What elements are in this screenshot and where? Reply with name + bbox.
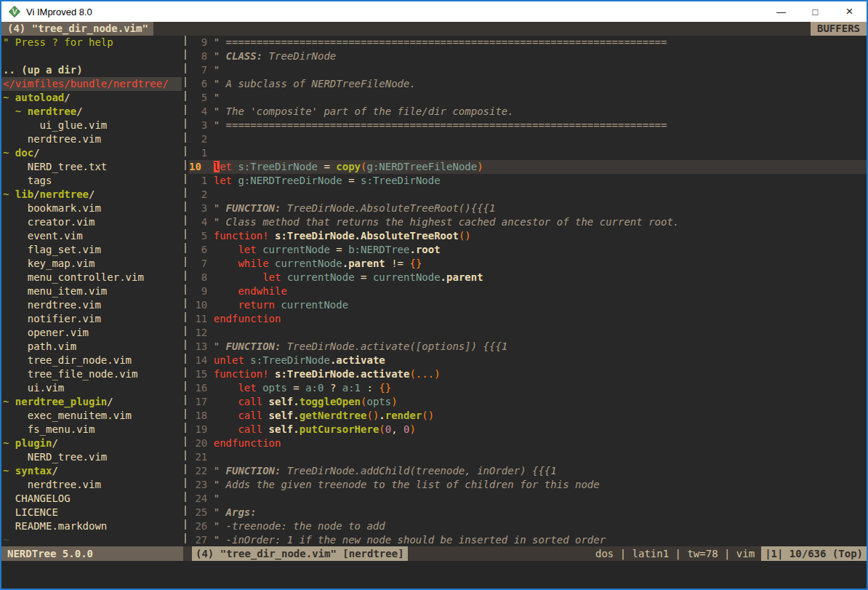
- tree-row[interactable]: ~ syntax/: [3, 464, 182, 478]
- line-number: 27: [189, 533, 207, 546]
- tree-row[interactable]: ~ plugin/: [3, 436, 182, 450]
- tree-row[interactable]: ~ autoload/: [3, 91, 182, 105]
- code-row[interactable]: 27" -inOrder: 1 if the new node should b…: [189, 533, 867, 546]
- code-row[interactable]: 9" =====================================…: [189, 36, 867, 49]
- tree-row[interactable]: ~ lib/nerdtree/: [3, 188, 182, 202]
- tree-row[interactable]: menu_item.vim: [3, 284, 182, 298]
- tree-row[interactable]: menu_controller.vim: [3, 271, 182, 284]
- tree-row[interactable]: .. (up a dir): [3, 63, 182, 77]
- tree-row[interactable]: bookmark.vim: [3, 202, 182, 215]
- tree-row[interactable]: fs_menu.vim: [3, 423, 182, 436]
- code-row[interactable]: 9 endwhile: [189, 284, 867, 298]
- line-number: 10: [189, 160, 207, 174]
- line-number: 5: [189, 229, 207, 243]
- tree-row[interactable]: ~ nerdtree_plugin/: [3, 395, 182, 409]
- code-row[interactable]: 13" FUNCTION: TreeDirNode.activate([opti…: [189, 340, 867, 354]
- line-number: 13: [189, 340, 207, 354]
- tree-row[interactable]: flag_set.vim: [3, 243, 182, 257]
- tree-row[interactable]: nerdtree.vim: [3, 298, 182, 312]
- line-number: 20: [189, 436, 207, 450]
- tree-row[interactable]: NERD_tree.txt: [3, 160, 182, 174]
- tree-row[interactable]: NERD_tree.vim: [3, 450, 182, 464]
- tree-row[interactable]: nerdtree.vim: [3, 478, 182, 492]
- code-row[interactable]: 5": [189, 91, 867, 105]
- nerdtree-rows[interactable]: " Press ? for help.. (up a dir)</vimfile…: [1, 36, 182, 546]
- tree-row[interactable]: key_map.vim: [3, 257, 182, 271]
- statusline-gap: [183, 546, 192, 561]
- code-row[interactable]: 2: [189, 132, 867, 146]
- code-line-text: ": [214, 492, 220, 506]
- window-separator[interactable]: [182, 36, 189, 546]
- tree-row[interactable]: path.vim: [3, 340, 182, 354]
- code-row[interactable]: 23" Adds the given treenode to the list …: [189, 478, 867, 492]
- code-row[interactable]: 18 call self.getNerdtree().render(): [189, 409, 867, 423]
- tree-row[interactable]: notifier.vim: [3, 312, 182, 326]
- code-line-text: return currentNode: [214, 298, 348, 312]
- tree-row[interactable]: opener.vim: [3, 326, 182, 340]
- code-row[interactable]: 4" The 'composite' part of the file/dir …: [189, 105, 867, 119]
- tree-row[interactable]: LICENCE: [3, 506, 182, 519]
- code-row[interactable]: 8 let currentNode = currentNode.parent: [189, 271, 867, 284]
- code-row[interactable]: 7": [189, 63, 867, 77]
- code-row-cursor[interactable]: 10let s:TreeDirNode = copy(g:NERDTreeFil…: [189, 160, 867, 174]
- code-row[interactable]: 1: [189, 146, 867, 160]
- code-row[interactable]: 20endfunction: [189, 436, 867, 450]
- tree-row[interactable]: ui.vim: [3, 381, 182, 395]
- tree-row[interactable]: tree_dir_node.vim: [3, 354, 182, 367]
- code-line-text: " FUNCTION: TreeDirNode.AbsoluteTreeRoot…: [214, 202, 496, 215]
- code-row[interactable]: 24": [189, 492, 867, 506]
- code-line-text: " CLASS: TreeDirNode: [214, 49, 337, 63]
- code-row[interactable]: 4" Class method that returns the highest…: [189, 215, 867, 229]
- code-row[interactable]: 3" FUNCTION: TreeDirNode.AbsoluteTreeRoo…: [189, 202, 867, 215]
- close-button[interactable]: ×: [832, 1, 867, 22]
- code-row[interactable]: 6 let currentNode = b:NERDTree.root: [189, 243, 867, 257]
- code-row[interactable]: 14unlet s:TreeDirNode.activate: [189, 354, 867, 367]
- tree-row[interactable]: CHANGELOG: [3, 492, 182, 506]
- code-row[interactable]: 3" =====================================…: [189, 119, 867, 132]
- command-line[interactable]: [1, 561, 867, 589]
- tree-row[interactable]: nerdtree.vim: [3, 132, 182, 146]
- line-number: 14: [189, 354, 207, 367]
- code-row[interactable]: 19 call self.putCursorHere(0, 0): [189, 423, 867, 436]
- code-row[interactable]: 8" CLASS: TreeDirNode: [189, 49, 867, 63]
- vim-window: Vi IMproved 8.0 — □ × (4) "tree_dir_node…: [0, 0, 868, 590]
- minimize-button[interactable]: —: [764, 1, 798, 22]
- line-number: 25: [189, 506, 207, 519]
- code-row[interactable]: 2: [189, 188, 867, 202]
- code-row[interactable]: 17 call self.toggleOpen(opts): [189, 395, 867, 409]
- code-row[interactable]: 10 return currentNode: [189, 298, 867, 312]
- code-row[interactable]: 7 while currentNode.parent != {}: [189, 257, 867, 271]
- code-row[interactable]: 11endfunction: [189, 312, 867, 326]
- line-number: 22: [189, 464, 207, 478]
- tree-row[interactable]: [3, 49, 182, 63]
- tree-row[interactable]: ~ doc/: [3, 146, 182, 160]
- window-title: Vi IMproved 8.0: [26, 7, 92, 17]
- tree-row[interactable]: " Press ? for help: [3, 36, 182, 49]
- code-row[interactable]: 25" Args:: [189, 506, 867, 519]
- tree-row[interactable]: ui_glue.vim: [3, 119, 182, 132]
- tree-row[interactable]: exec_menuitem.vim: [3, 409, 182, 423]
- tab-tree-dir-node[interactable]: (4) "tree_dir_node.vim": [1, 22, 153, 36]
- tree-row[interactable]: event.vim: [3, 229, 182, 243]
- code-line-text: " The 'composite' part of the file/dir c…: [214, 105, 514, 119]
- tree-row[interactable]: tags: [3, 174, 182, 188]
- tree-row[interactable]: README.markdown: [3, 519, 182, 533]
- code-row[interactable]: 22" FUNCTION: TreeDirNode.addChild(treen…: [189, 464, 867, 478]
- tree-row[interactable]: ~ nerdtree/: [3, 105, 182, 119]
- maximize-button[interactable]: □: [798, 1, 832, 22]
- code-row[interactable]: 6" A subclass of NERDTreeFileNode.: [189, 77, 867, 91]
- tree-row[interactable]: ~: [3, 533, 182, 546]
- code-row[interactable]: 16 let opts = a:0 ? a:1 : {}: [189, 381, 867, 395]
- code-row[interactable]: 5function! s:TreeDirNode.AbsoluteTreeRoo…: [189, 229, 867, 243]
- code-row[interactable]: 21: [189, 450, 867, 464]
- code-row[interactable]: 1let g:NERDTreeDirNode = s:TreeDirNode: [189, 174, 867, 188]
- tree-row[interactable]: tree_file_node.vim: [3, 367, 182, 381]
- code-row[interactable]: 15function! s:TreeDirNode.activate(...): [189, 367, 867, 381]
- tree-row[interactable]: creator.vim: [3, 215, 182, 229]
- code-row[interactable]: 26" -treenode: the node to add: [189, 519, 867, 533]
- line-number: 15: [189, 367, 207, 381]
- code-row[interactable]: 12: [189, 326, 867, 340]
- line-number: 12: [189, 326, 207, 340]
- code-rows[interactable]: 9" =====================================…: [189, 36, 867, 546]
- tree-root-row[interactable]: </vimfiles/bundle/nerdtree/: [1, 77, 182, 91]
